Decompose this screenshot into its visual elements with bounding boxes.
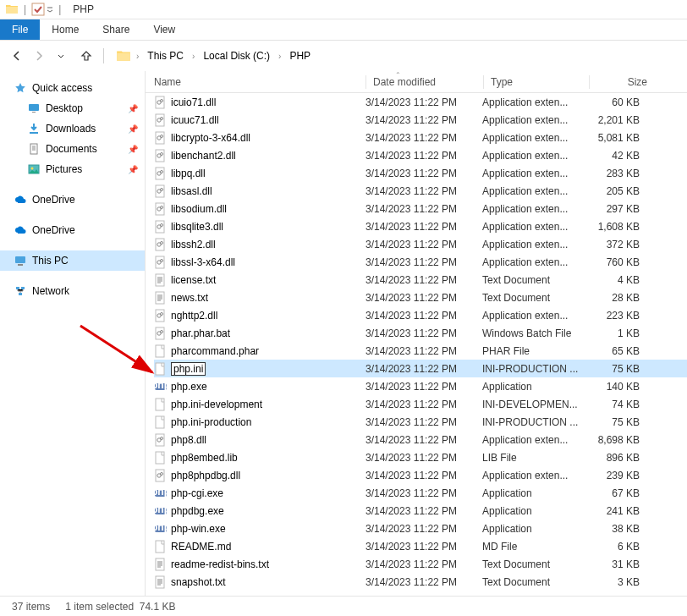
nav-this-pc[interactable]: This PC bbox=[0, 250, 145, 271]
file-icon: php bbox=[154, 380, 168, 393]
file-row[interactable]: php8phpdbg.dll3/14/2023 11:22 PMApplicat… bbox=[154, 466, 687, 484]
forward-button[interactable] bbox=[30, 47, 47, 64]
svg-rect-55 bbox=[156, 416, 164, 428]
file-row[interactable]: icuuc71.dll3/14/2023 11:22 PMApplication… bbox=[154, 111, 687, 129]
svg-rect-59 bbox=[156, 452, 164, 464]
documents-icon bbox=[27, 142, 41, 156]
tab-home[interactable]: Home bbox=[40, 19, 91, 40]
chevron-right-icon[interactable]: › bbox=[189, 52, 198, 61]
file-date: 3/14/2023 11:22 PM bbox=[365, 150, 482, 162]
file-date: 3/14/2023 11:22 PM bbox=[365, 416, 482, 428]
column-date[interactable]: Date modified bbox=[366, 76, 483, 88]
tab-file[interactable]: File bbox=[0, 19, 40, 40]
file-row[interactable]: libenchant2.dll3/14/2023 11:22 PMApplica… bbox=[154, 146, 687, 164]
file-icon bbox=[154, 575, 168, 589]
cloud-icon bbox=[14, 193, 27, 206]
file-date: 3/14/2023 11:22 PM bbox=[365, 256, 482, 268]
file-row[interactable]: license.txt3/14/2023 11:22 PMText Docume… bbox=[154, 271, 687, 289]
file-size: 42 KB bbox=[587, 150, 650, 162]
file-row[interactable]: libssl-3-x64.dll3/14/2023 11:22 PMApplic… bbox=[154, 253, 687, 271]
nav-label: Downloads bbox=[46, 123, 96, 135]
save-check-icon[interactable] bbox=[31, 3, 45, 16]
file-row[interactable]: libsasl.dll3/14/2023 11:22 PMApplication… bbox=[154, 182, 687, 200]
file-type: Application exten... bbox=[482, 221, 587, 233]
file-row[interactable]: icuio71.dll3/14/2023 11:22 PMApplication… bbox=[154, 93, 687, 111]
file-date: 3/14/2023 11:22 PM bbox=[365, 292, 482, 304]
file-row[interactable]: libsodium.dll3/14/2023 11:22 PMApplicati… bbox=[154, 200, 687, 217]
star-icon bbox=[14, 81, 27, 95]
file-row[interactable]: libpq.dll3/14/2023 11:22 PMApplication e… bbox=[154, 164, 687, 182]
nav-desktop[interactable]: Desktop 📌 bbox=[0, 98, 145, 118]
file-size: 140 KB bbox=[587, 381, 650, 393]
file-date: 3/14/2023 11:22 PM bbox=[365, 203, 482, 215]
breadcrumb-item[interactable]: This PC bbox=[144, 48, 187, 63]
file-size: 239 KB bbox=[587, 470, 650, 481]
file-icon bbox=[154, 362, 168, 376]
file-row[interactable]: php.ini-production3/14/2023 11:22 PMINI-… bbox=[154, 413, 687, 431]
file-type: Application exten... bbox=[482, 168, 587, 179]
tab-share[interactable]: Share bbox=[91, 19, 141, 40]
svg-text:php: php bbox=[154, 380, 168, 391]
recent-dropdown[interactable] bbox=[52, 47, 69, 64]
file-icon bbox=[154, 540, 168, 553]
nav-network[interactable]: Network bbox=[0, 281, 145, 301]
file-size: 896 KB bbox=[587, 452, 650, 464]
file-size: 283 KB bbox=[587, 168, 650, 179]
svg-rect-71 bbox=[156, 576, 164, 588]
nav-onedrive[interactable]: OneDrive bbox=[0, 190, 145, 210]
file-row[interactable]: phpphp-win.exe3/14/2023 11:22 PMApplicat… bbox=[154, 520, 687, 537]
nav-label: OneDrive bbox=[32, 194, 75, 206]
file-icon bbox=[154, 238, 168, 251]
nav-downloads[interactable]: Downloads 📌 bbox=[0, 118, 145, 139]
qat-dropdown-icon[interactable] bbox=[47, 6, 53, 13]
svg-rect-69 bbox=[156, 541, 164, 553]
file-size: 74 KB bbox=[587, 399, 650, 410]
file-row[interactable]: phpphpdbg.exe3/14/2023 11:22 PMApplicati… bbox=[154, 502, 687, 520]
file-date: 3/14/2023 11:22 PM bbox=[365, 310, 482, 322]
file-date: 3/14/2023 11:22 PM bbox=[365, 487, 482, 499]
file-row[interactable]: phpphp.exe3/14/2023 11:22 PMApplication1… bbox=[154, 377, 687, 395]
tab-view[interactable]: View bbox=[141, 19, 187, 40]
column-type[interactable]: Type bbox=[484, 76, 589, 88]
file-row[interactable]: libsqlite3.dll3/14/2023 11:22 PMApplicat… bbox=[154, 217, 687, 235]
file-row[interactable]: pharcommand.phar3/14/2023 11:22 PMPHAR F… bbox=[154, 342, 687, 360]
file-row[interactable]: php8embed.lib3/14/2023 11:22 PMLIB File8… bbox=[154, 448, 687, 466]
nav-pictures[interactable]: Pictures 📌 bbox=[0, 159, 145, 179]
file-type: Application exten... bbox=[482, 203, 587, 215]
column-name[interactable]: Name bbox=[154, 76, 365, 88]
file-row[interactable]: phpphp-cgi.exe3/14/2023 11:22 PMApplicat… bbox=[154, 484, 687, 502]
file-row[interactable]: php.ini3/14/2023 11:22 PMINI-PRODUCTION … bbox=[154, 360, 687, 377]
breadcrumb-item[interactable]: Local Disk (C:) bbox=[200, 48, 273, 63]
address-breadcrumb[interactable]: › This PC › Local Disk (C:) › PHP bbox=[113, 46, 679, 66]
back-button[interactable] bbox=[8, 47, 25, 64]
file-row[interactable]: news.txt3/14/2023 11:22 PMText Document2… bbox=[154, 289, 687, 306]
up-button[interactable] bbox=[78, 47, 95, 64]
nav-documents[interactable]: Documents 📌 bbox=[0, 139, 145, 159]
svg-rect-11 bbox=[19, 293, 22, 295]
file-row[interactable]: nghttp2.dll3/14/2023 11:22 PMApplication… bbox=[154, 306, 687, 324]
file-row[interactable]: phar.phar.bat3/14/2023 11:22 PMWindows B… bbox=[154, 324, 687, 342]
file-icon bbox=[154, 558, 168, 571]
file-row[interactable]: libcrypto-3-x64.dll3/14/2023 11:22 PMApp… bbox=[154, 129, 687, 146]
file-row[interactable]: snapshot.txt3/14/2023 11:22 PMText Docum… bbox=[154, 573, 687, 591]
file-row[interactable]: libssh2.dll3/14/2023 11:22 PMApplication… bbox=[154, 235, 687, 253]
file-type: Application exten... bbox=[482, 150, 587, 162]
nav-onedrive[interactable]: OneDrive bbox=[0, 220, 145, 240]
column-size[interactable]: Size bbox=[590, 76, 657, 88]
breadcrumb-item[interactable]: PHP bbox=[286, 48, 314, 63]
file-type: INI-DEVELOPMEN... bbox=[482, 399, 587, 410]
file-row[interactable]: readme-redist-bins.txt3/14/2023 11:22 PM… bbox=[154, 555, 687, 573]
file-name: icuio71.dll bbox=[171, 96, 365, 108]
file-row[interactable]: php.ini-development3/14/2023 11:22 PMINI… bbox=[154, 395, 687, 413]
file-name: license.txt bbox=[171, 274, 365, 286]
nav-quick-access[interactable]: Quick access bbox=[0, 78, 145, 98]
chevron-right-icon[interactable]: › bbox=[133, 52, 142, 61]
chevron-right-icon[interactable]: › bbox=[275, 52, 284, 61]
svg-rect-2 bbox=[32, 112, 36, 113]
file-row[interactable]: php8.dll3/14/2023 11:22 PMApplication ex… bbox=[154, 431, 687, 448]
svg-rect-70 bbox=[156, 558, 164, 570]
file-size: 65 KB bbox=[587, 345, 650, 357]
file-row[interactable]: README.md3/14/2023 11:22 PMMD File6 KB bbox=[154, 537, 687, 555]
file-list[interactable]: icuio71.dll3/14/2023 11:22 PMApplication… bbox=[146, 93, 687, 602]
rename-input[interactable]: php.ini bbox=[171, 362, 206, 376]
